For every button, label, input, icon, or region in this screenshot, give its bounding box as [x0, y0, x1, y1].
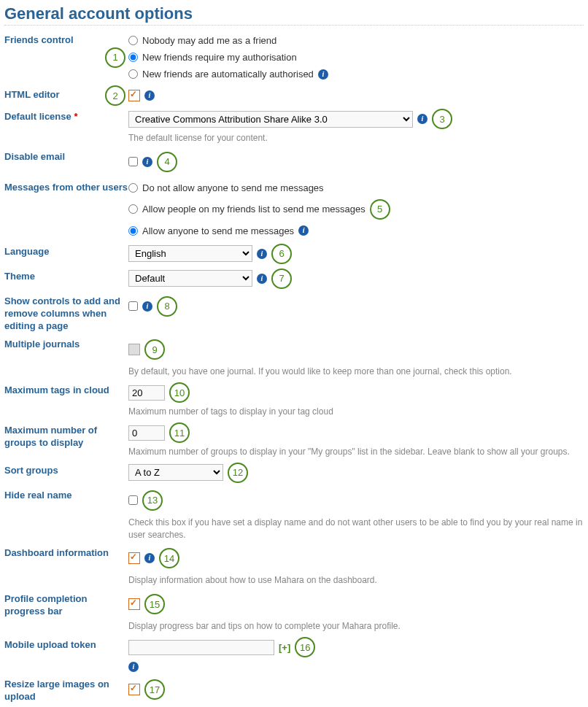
friends-nobody-text: Nobody may add me as a friend	[142, 35, 276, 46]
sort-groups-select[interactable]: A to Z	[128, 464, 223, 481]
mobile-token-input[interactable]	[128, 640, 274, 655]
hide-name-desc: Check this box if you have set a display…	[128, 517, 584, 541]
license-desc: The default license for your content.	[128, 132, 584, 144]
dashboard-desc: Display information about how to use Mah…	[128, 574, 584, 587]
messages-none-radio[interactable]	[128, 183, 138, 193]
friends-auto-text: New friends are automatically authorised	[142, 69, 314, 80]
friends-auth-radio[interactable]	[128, 53, 138, 62]
theme-label: Theme	[4, 268, 128, 283]
friends-control-label: Friends control	[4, 32, 128, 47]
messages-friends-radio[interactable]	[128, 204, 138, 214]
disable-email-label: Disable email	[4, 149, 128, 163]
marker-9: 9	[144, 339, 165, 360]
resize-label: Resize large images on upload	[4, 676, 128, 703]
marker-16: 16	[295, 637, 315, 657]
groups-num-input[interactable]	[128, 425, 165, 441]
messages-label: Messages from other users	[4, 179, 128, 194]
journals-checkbox	[128, 344, 140, 355]
marker-12: 12	[228, 463, 248, 483]
add-token-button[interactable]: [+]	[279, 642, 290, 653]
info-icon[interactable]: i	[318, 69, 328, 80]
messages-anyone-text: Allow anyone to send me messages	[142, 225, 294, 236]
dashboard-label: Dashboard information	[4, 545, 128, 560]
groups-num-label: Maximum number of groups to display	[4, 422, 128, 449]
marker-5: 5	[370, 199, 390, 220]
friends-auth-text: New friends require my authorisation	[142, 52, 297, 63]
page-heading: General account options	[4, 4, 584, 26]
info-icon[interactable]: i	[298, 225, 309, 236]
marker-8: 8	[157, 296, 177, 317]
tags-desc: Maximum number of tags to display in you…	[128, 406, 584, 418]
marker-17: 17	[144, 679, 165, 700]
language-label: Language	[4, 244, 128, 258]
tags-input[interactable]	[128, 385, 165, 401]
progress-desc: Display progress bar and tips on how to …	[128, 620, 584, 633]
messages-friends-text: Allow people on my friends list to send …	[142, 204, 365, 215]
disable-email-checkbox[interactable]	[128, 157, 138, 166]
info-icon[interactable]: i	[257, 274, 267, 284]
marker-15: 15	[144, 594, 165, 614]
marker-13: 13	[142, 490, 163, 511]
marker-6: 6	[271, 244, 292, 264]
marker-14: 14	[159, 548, 179, 568]
marker-1: 1	[105, 47, 125, 68]
marker-10: 10	[169, 382, 190, 403]
info-icon[interactable]: i	[144, 90, 155, 101]
marker-2: 2	[105, 85, 125, 106]
info-icon[interactable]: i	[142, 301, 152, 312]
marker-3: 3	[432, 109, 452, 129]
info-icon[interactable]: i	[128, 662, 139, 672]
marker-7: 7	[271, 268, 292, 289]
addremove-checkbox[interactable]	[128, 301, 138, 311]
resize-checkbox[interactable]	[128, 684, 140, 695]
language-select[interactable]: English	[128, 245, 252, 262]
sort-groups-label: Sort groups	[4, 463, 128, 477]
dashboard-checkbox[interactable]	[128, 552, 140, 564]
addremove-label: Show controls to add and remove columns …	[4, 293, 128, 333]
marker-4: 4	[157, 152, 177, 172]
messages-anyone-radio[interactable]	[128, 226, 138, 236]
default-license-select[interactable]: Creative Commons Attribution Share Alike…	[128, 111, 413, 128]
info-icon[interactable]: i	[144, 553, 155, 563]
friends-auto-radio[interactable]	[128, 69, 138, 79]
required-mark: *	[74, 111, 77, 122]
info-icon[interactable]: i	[417, 114, 428, 124]
progress-label: Profile completion progress bar	[4, 591, 128, 618]
mobile-token-label: Mobile upload token	[4, 637, 128, 652]
marker-11: 11	[169, 422, 190, 443]
html-editor-checkbox[interactable]	[128, 90, 140, 101]
default-license-label: Default license *	[4, 109, 128, 123]
friends-nobody-radio[interactable]	[128, 36, 138, 45]
info-icon[interactable]: i	[142, 157, 152, 167]
hide-name-label: Hide real name	[4, 487, 128, 502]
theme-select[interactable]: Default	[128, 270, 252, 287]
journals-desc: By default, you have one journal. If you…	[128, 366, 584, 378]
hide-name-checkbox[interactable]	[128, 495, 138, 505]
journals-label: Multiple journals	[4, 336, 128, 351]
messages-none-text: Do not allow anyone to send me messages	[142, 182, 324, 193]
tags-label: Maximum tags in cloud	[4, 382, 128, 397]
progress-checkbox[interactable]	[128, 598, 140, 610]
groups-num-desc: Maximum number of groups to display in y…	[128, 446, 584, 458]
info-icon[interactable]: i	[257, 249, 267, 259]
